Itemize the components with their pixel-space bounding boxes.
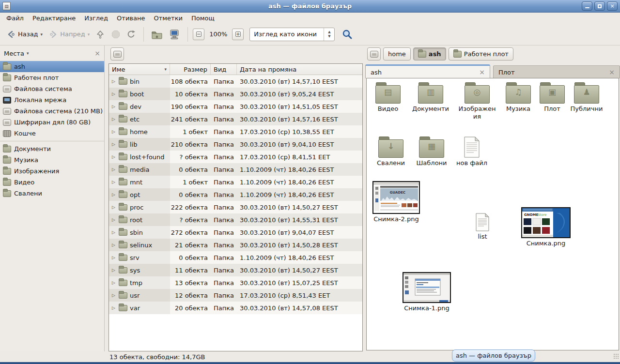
zoom-in-button[interactable]: + [232,29,244,40]
sidebar-item-trash[interactable]: Кошче [0,128,104,139]
icon-item-pictures[interactable]: Изображения [458,82,496,121]
table-row[interactable]: ▷ var 20 обекта Папка 30.03.2010 (вт) 14… [109,302,362,314]
menu-edit[interactable]: Редактиране [28,14,80,23]
sidebar-item-pictures[interactable]: Изображения [0,166,104,177]
table-row[interactable]: ▷ selinux 21 обекта Папка 30.03.2010 (вт… [109,239,362,251]
expander-icon[interactable]: ▷ [112,91,116,96]
table-row[interactable]: ▷ mnt 1 обект Папка 1.10.2009 (чт) 18,40… [109,176,362,188]
forward-button[interactable]: Напред ▾ [46,27,92,42]
icon-view[interactable]: Видео Документи Изображения Музика Плот [366,78,619,350]
table-row[interactable]: ▷ usr 12 обекта Папка 17.03.2010 (ср) 8,… [109,289,362,302]
sidebar-item-home[interactable]: ash [0,61,104,72]
expander-icon[interactable]: ▷ [112,117,116,121]
icon-item-desktop[interactable]: Плот [537,82,567,113]
back-dropdown-icon[interactable]: ▾ [41,32,43,37]
expander-icon[interactable]: ▷ [112,154,116,159]
table-row[interactable]: ▷ root ? обекта Папка 30.03.2010 (вт) 14… [109,213,362,226]
icon-item-list-file[interactable]: list [468,213,496,241]
back-button[interactable]: Назад ▾ [4,27,45,42]
table-row[interactable]: ▷ etc 241 обекта Папка 30.03.2010 (вт) 1… [109,113,362,125]
expander-icon[interactable]: ▷ [112,217,116,222]
path-button-desktop[interactable]: Работен плот [449,47,513,61]
icon-item-public[interactable]: Публични [566,82,607,113]
sidebar-item-encrypted-volume[interactable]: Шифриран дял (80 GB) [0,117,104,128]
computer-button[interactable] [166,27,183,42]
column-header-name[interactable]: Име▾ [109,64,170,75]
table-row[interactable]: ▷ opt 0 обекта Папка 1.10.2009 (чт) 18,4… [109,188,362,201]
path-button-home[interactable]: home [383,47,411,61]
icon-item-downloads[interactable]: Свалени [372,136,409,167]
expander-icon[interactable]: ▷ [112,142,116,147]
icon-item-documents[interactable]: Документи [407,82,454,113]
sidebar-item-filesystem[interactable]: Файлова система [0,83,104,94]
expander-icon[interactable]: ▷ [112,192,116,197]
sidebar-item-videos[interactable]: Видео [0,177,104,188]
table-row[interactable]: ▷ sys 11 обекта Папка 30.03.2010 (вт) 14… [109,264,362,276]
expander-icon[interactable]: ▷ [112,180,116,184]
table-row[interactable]: ▷ lost+found ? обекта Папка 17.03.2010 (… [109,151,362,163]
icon-item-snimka[interactable]: GNOMEStore Снимка.png [520,207,572,247]
table-row[interactable]: ▷ home 1 обект Папка 17.03.2010 (ср) 10,… [109,125,362,138]
expander-icon[interactable]: ▷ [112,293,116,298]
table-row[interactable]: ▷ tmp 13 обекта Папка 30.03.2010 (вт) 15… [109,276,362,289]
table-row[interactable]: ▷ dev 190 обекта Папка 30.03.2010 (вт) 1… [109,100,362,113]
sidebar-item-desktop[interactable]: Работен плот [0,72,104,83]
view-mode-spinner-icon[interactable]: ▲▼ [324,28,334,41]
expander-icon[interactable]: ▷ [112,167,116,172]
sidebar-selector-icon[interactable]: ▾ [27,51,29,56]
path-button-filesystem[interactable] [367,47,381,61]
table-row[interactable]: ▷ proc 222 обекта Папка 30.03.2010 (вт) … [109,201,362,213]
sidebar-item-music[interactable]: Музика [0,154,104,166]
sidebar-item-local-network[interactable]: Локална мрежа [0,94,104,106]
table-row[interactable]: ▷ lib 210 обекта Папка 30.03.2010 (вт) 9… [109,138,362,151]
icon-item-videos[interactable]: Видео [370,82,406,113]
search-button[interactable] [341,29,353,40]
table-row[interactable]: ▷ boot 10 обекта Папка 30.03.2010 (вт) 9… [109,88,362,100]
filesystem-path-button[interactable] [110,47,124,61]
icon-item-music[interactable]: Музика [500,82,536,113]
table-row[interactable]: ▷ bin 108 обекта Папка 30.03.2010 (вт) 1… [109,75,362,88]
menu-file[interactable]: Файл [2,14,28,23]
close-button[interactable]: × [607,1,618,11]
sidebar-item-documents[interactable]: Документи [0,143,104,154]
icon-item-new-file[interactable]: нов файл [453,136,491,167]
icon-item-templates[interactable]: Шаблони [412,136,451,167]
maximize-button[interactable] [594,1,605,11]
table-row[interactable]: ▷ srv 0 обекта Папка 1.10.2009 (чт) 18,4… [109,251,362,264]
sidebar-title[interactable]: Места [4,50,24,57]
zoom-out-button[interactable]: − [193,29,204,40]
tab-ash[interactable]: ash × [365,64,490,78]
expander-icon[interactable]: ▷ [112,243,116,247]
resize-grip-icon[interactable] [613,353,619,359]
menu-help[interactable]: Помощ [187,14,219,23]
home-button[interactable] [149,27,165,42]
tab-close-icon[interactable]: × [479,68,485,76]
sidebar-item-filesystem-210mb[interactable]: Файлова система (210 MB) [0,106,104,117]
expander-icon[interactable]: ▷ [112,268,116,273]
path-button-ash[interactable]: ash [413,47,446,61]
expander-icon[interactable]: ▷ [112,305,116,310]
menu-bookmarks[interactable]: Отметки [149,14,186,23]
table-row[interactable]: ▷ media 0 обекта Папка 1.10.2009 (чт) 18… [109,163,362,176]
expander-icon[interactable]: ▷ [112,255,116,260]
minimize-button[interactable] [582,1,592,11]
column-header-size[interactable]: Размер [170,64,211,75]
taskbar-window-button[interactable]: ash — файлов браузър [452,349,535,362]
column-header-date[interactable]: Дата на промяна [237,64,362,75]
up-button[interactable] [93,27,108,42]
icon-item-snimka-2[interactable]: GUADEC Снимка-2.png [372,181,421,223]
expander-icon[interactable]: ▷ [112,79,116,84]
view-mode-select[interactable]: Изглед като икони ▲▼ [249,28,335,41]
expander-icon[interactable]: ▷ [112,230,116,235]
menu-view[interactable]: Изглед [80,14,112,23]
tab-desktop[interactable]: Плот × [493,65,620,78]
sidebar-close-icon[interactable]: × [94,49,100,57]
sidebar-item-downloads[interactable]: Свалени [0,188,104,199]
table-row[interactable]: ▷ sbin 272 обекта Папка 30.03.2010 (вт) … [109,226,362,239]
expander-icon[interactable]: ▷ [112,205,116,210]
stop-button[interactable] [108,27,123,42]
expander-icon[interactable]: ▷ [112,129,116,134]
titlebar[interactable]: ▤ ash — файлов браузър × [0,0,620,13]
tab-close-icon[interactable]: × [609,68,615,76]
reload-button[interactable] [124,27,139,42]
